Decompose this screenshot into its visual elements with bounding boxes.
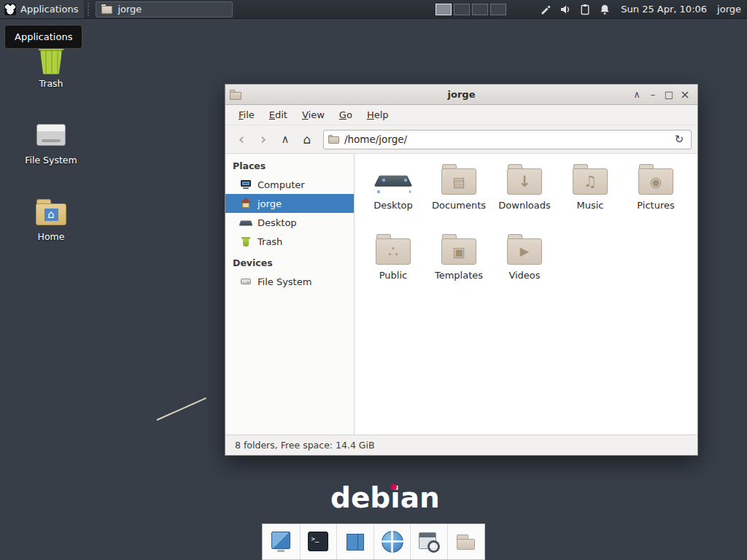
folder-icon [506,163,543,196]
folder-item[interactable]: Pictures [623,163,689,231]
taskbar-window-button[interactable]: jorge [96,1,233,18]
folder-item[interactable]: Music [557,163,623,231]
window-controls: ∧ – □ × [629,87,693,103]
sidebar: Places Computer jorge Desktop [225,154,355,435]
folder-item[interactable]: Desktop [360,163,426,231]
panel-separator-handle [85,3,91,16]
workspace-cell[interactable] [472,4,488,15]
folder-icon [571,163,609,196]
dock-launcher-icon [416,529,442,555]
folder-label: Downloads [498,200,550,211]
menu-item[interactable]: File [231,106,262,123]
workspace-switcher [436,4,506,15]
applications-menu-label: Applications [20,4,78,15]
debian-logo-text-post: an [400,481,440,514]
folder-item[interactable]: Videos [492,233,557,301]
folder-icon [506,233,543,266]
titlebar[interactable]: jorge ∧ – □ × [225,85,697,105]
folder-icon [374,233,412,266]
home-button[interactable]: ⌂ [297,129,317,149]
taskbar-window-label: jorge [117,4,142,15]
debian-logo: debian [330,481,440,514]
folder-icon [374,163,412,196]
folder-label: Pictures [637,200,674,211]
debian-logo-text-pre: deb [330,481,390,514]
taskbar-window-icon [101,4,112,14]
sidebar-place-item[interactable]: Trash [225,232,354,251]
input-tablet-icon[interactable] [540,4,551,15]
up-button[interactable]: ∧ [275,129,295,149]
sidebar-place-label: Computer [258,179,305,190]
maximize-button[interactable]: □ [661,87,677,103]
file-manager-window: jorge ∧ – □ × File Edit View Go Help ‹ ›… [225,84,698,456]
toolbar: ‹ › ∧ ⌂ /home/jorge/ ↻ [225,125,697,154]
places-header: Places [225,154,354,175]
close-button[interactable]: × [677,87,693,103]
panel-user-label[interactable]: jorge [717,4,741,15]
sidebar-place-icon [240,179,252,190]
folder-item[interactable]: Templates [426,233,492,301]
applications-tooltip: Applications [4,25,82,49]
workspace-cell[interactable] [490,4,506,15]
sidebar-place-item[interactable]: jorge [225,194,354,213]
sidebar-place-label: Desktop [258,217,297,228]
sidebar-place-icon [240,198,252,209]
sidebar-place-icon [240,217,252,228]
window-icon [230,90,242,100]
panel-clock[interactable]: Sun 25 Apr, 10:06 [621,4,707,15]
sidebar-device-icon [240,276,252,287]
desktop-icon[interactable]: File System [12,117,90,166]
notification-bell-icon[interactable] [599,4,611,15]
folder-label: Public [379,270,407,281]
sidebar-place-item[interactable]: Computer [225,175,354,194]
devices-header: Devices [225,251,354,272]
back-button[interactable]: ‹ [231,129,252,149]
folder-label: Documents [432,200,486,211]
menubar: File Edit View Go Help [225,105,697,125]
folder-icon [637,163,675,196]
folder-item[interactable]: Public [360,233,426,301]
sidebar-place-icon [240,236,252,247]
desktop-icon-label: File System [25,155,77,166]
file-grid: Desktop Documents Downloads Music [355,154,697,435]
dock-launcher[interactable] [336,524,374,559]
desktop-icon[interactable]: Home [12,194,90,242]
menu-item[interactable]: Help [360,106,396,123]
minimize-button[interactable]: – [645,87,661,103]
volume-icon[interactable] [560,4,571,15]
path-bar[interactable]: /home/jorge/ ↻ [323,130,692,149]
folder-label: Videos [508,270,540,281]
shade-button[interactable]: ∧ [629,87,645,103]
dock-launcher[interactable] [300,524,337,559]
reload-button[interactable]: ↻ [670,131,688,148]
workspace-cell[interactable] [454,4,470,15]
clipboard-icon[interactable] [579,4,591,15]
menu-item[interactable]: Go [332,106,360,123]
dock-launcher-icon [379,529,406,555]
status-text: 8 folders, Free space: 14.4 GiB [235,440,375,451]
menu-item[interactable]: Edit [262,106,295,123]
path-folder-icon [328,135,339,144]
system-tray [540,4,611,15]
folder-label: Music [577,200,604,211]
dock-launcher[interactable] [410,524,447,559]
dock-launcher[interactable] [447,524,484,559]
sidebar-device-label: File System [258,276,311,287]
folder-item[interactable]: Documents [426,163,492,231]
folder-item[interactable]: Downloads [492,163,557,231]
dock-launcher[interactable] [263,524,300,559]
folder-icon [440,233,478,266]
debian-logo-accent: i [390,481,400,514]
folder-label: Desktop [374,200,413,211]
applications-menu-button[interactable]: Applications [0,0,84,18]
top-panel: Applications jorge Sun 25 Apr, 10:06 jo [0,0,747,19]
dock-launcher[interactable] [374,524,411,559]
forward-button[interactable]: › [253,129,274,149]
window-title: jorge [225,89,697,100]
menu-item[interactable]: View [295,106,332,123]
path-text[interactable]: /home/jorge/ [344,133,670,145]
desktop-artifact-line [157,397,206,421]
sidebar-device-item[interactable]: File System [225,272,354,291]
workspace-cell[interactable] [436,4,452,15]
sidebar-place-item[interactable]: Desktop [225,213,354,232]
